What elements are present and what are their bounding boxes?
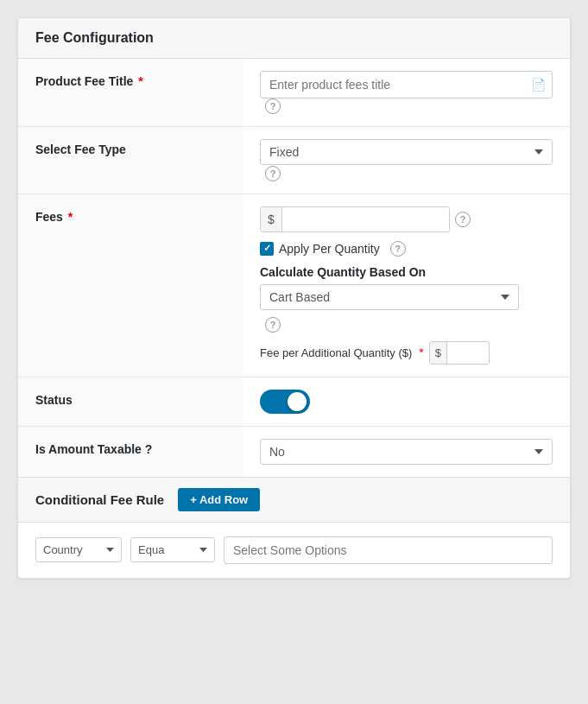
conditional-fee-rule-title: Conditional Fee Rule [35, 492, 164, 507]
fees-help-icon[interactable]: ? [455, 212, 471, 227]
add-row-button[interactable]: + Add Row [178, 488, 260, 511]
calculate-quantity-label: Calculate Quantity Based On [260, 265, 553, 279]
status-label: Status [18, 377, 243, 426]
select-fee-type-row: Select Fee Type Fixed Percentage Custom … [18, 127, 570, 193]
status-toggle[interactable] [260, 390, 310, 414]
fees-amount-input[interactable] [282, 207, 449, 231]
condition-value-input[interactable] [224, 536, 553, 564]
product-fee-title-row: Product Fee Title * 📄 ? [18, 59, 570, 127]
product-fee-title-input-wrapper: 📄 [260, 71, 553, 98]
required-star: * [138, 74, 142, 88]
product-fee-title-help-icon[interactable]: ? [265, 98, 281, 114]
is-amount-taxable-label: Is Amount Taxable ? [18, 426, 243, 477]
calculate-quantity-select[interactable]: Cart Based Item Based [260, 284, 519, 310]
apply-per-quantity-row: Apply Per Quantity ? [260, 241, 553, 257]
fee-additional-row: Fee per Additional Quantity ($) * $ [260, 341, 553, 365]
apply-per-quantity-checkbox[interactable] [260, 242, 274, 256]
product-fee-title-input[interactable] [260, 71, 553, 98]
conditional-fee-rule-row: Country State City Total Equa Not Equals… [18, 523, 570, 578]
fee-additional-label: Fee per Additional Quantity ($) [260, 346, 412, 359]
fees-row: Fees * $ ? Apply Per Quantity ? [18, 193, 570, 377]
apply-per-quantity-help-icon[interactable]: ? [390, 241, 406, 257]
form-table: Product Fee Title * 📄 ? Select Fee Type … [18, 59, 570, 477]
select-fee-type-label: Select Fee Type [18, 127, 243, 193]
fees-label: Fees * [18, 193, 243, 377]
apply-per-quantity-label: Apply Per Quantity [279, 242, 380, 256]
calculate-quantity-help-icon[interactable]: ? [265, 317, 281, 333]
page-icon: 📄 [531, 78, 546, 92]
status-row: Status [18, 377, 570, 426]
dollar-prefix: $ [261, 207, 282, 231]
conditional-fee-rule-header: Conditional Fee Rule + Add Row [18, 477, 570, 523]
fee-additional-input[interactable] [447, 342, 489, 364]
fee-additional-input-wrapper: $ [429, 341, 490, 365]
fee-type-help-icon[interactable]: ? [265, 166, 281, 181]
fees-dollar-input-wrapper: $ [260, 206, 450, 232]
is-amount-taxable-row: Is Amount Taxable ? No Yes [18, 426, 570, 477]
fee-configuration-card: Fee Configuration Product Fee Title * 📄 … [17, 17, 571, 579]
fee-type-select[interactable]: Fixed Percentage Custom [260, 139, 553, 165]
toggle-slider [260, 390, 310, 414]
fee-additional-prefix: $ [430, 342, 447, 364]
card-header: Fee Configuration [18, 18, 570, 59]
fee-additional-required-star: * [419, 346, 423, 359]
condition-operator-select[interactable]: Equa Not Equals Contains [130, 537, 215, 562]
fees-required-star: * [68, 210, 73, 224]
fees-amount-row: $ ? [260, 206, 553, 232]
condition-field-select[interactable]: Country State City Total [35, 537, 122, 562]
product-fee-title-label: Product Fee Title * [18, 59, 243, 127]
card-title: Fee Configuration [35, 30, 553, 46]
is-amount-taxable-select[interactable]: No Yes [260, 439, 553, 465]
